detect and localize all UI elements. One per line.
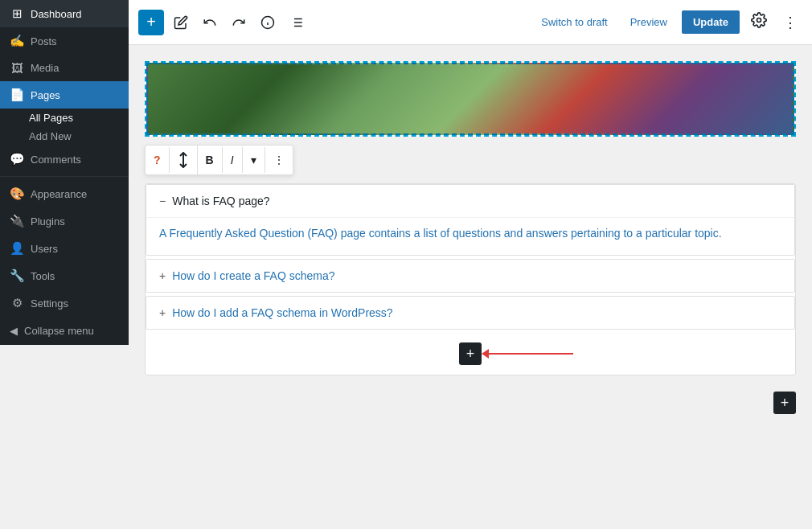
undo-icon <box>203 15 217 30</box>
pages-submenu: All Pages Add New <box>0 109 129 146</box>
pencil-icon <box>174 15 188 30</box>
redo-icon <box>232 15 246 30</box>
block-dropdown-button[interactable]: ▾ <box>243 147 265 173</box>
sidebar-item-users[interactable]: 👤 Users <box>0 235 129 262</box>
svg-point-9 <box>757 18 761 23</box>
faq-toggle-icon-3: + <box>159 306 166 319</box>
sidebar: ⊞ Dashboard ✍ Posts 🖼 Media 📄 Pages All … <box>0 0 129 529</box>
toolbar-right: Switch to draft Preview Update ⋮ <box>533 7 802 37</box>
faq-block: − What is FAQ page? A Frequently Asked Q… <box>145 183 796 375</box>
editor-canvas: ? B I ▾ ⋮ − What is FAQ page? <box>145 61 796 427</box>
undo-button[interactable] <box>198 10 222 35</box>
settings-panel-button[interactable] <box>746 7 772 37</box>
switch-to-draft-button[interactable]: Switch to draft <box>533 11 615 33</box>
sidebar-item-settings[interactable]: ⚙ Settings <box>0 289 129 317</box>
block-italic-button[interactable]: I <box>223 147 243 173</box>
faq-question-text-1: What is FAQ page? <box>172 195 269 207</box>
arrow-indicator <box>482 349 573 359</box>
faq-question-3[interactable]: + How do I add a FAQ schema in WordPress… <box>146 297 794 329</box>
bottom-add-block-button[interactable]: + <box>773 392 796 414</box>
info-button[interactable] <box>256 10 280 35</box>
posts-icon: ✍ <box>10 34 24 48</box>
collapse-icon: ◀ <box>10 325 18 337</box>
media-icon: 🖼 <box>10 61 24 75</box>
sidebar-divider <box>0 176 129 177</box>
bottom-add-area: + <box>145 379 796 427</box>
sidebar-item-posts[interactable]: ✍ Posts <box>0 27 129 55</box>
faq-item-2: + How do I create a FAQ schema? <box>146 259 795 293</box>
pages-icon: 📄 <box>10 88 24 102</box>
list-view-button[interactable] <box>285 10 309 35</box>
sidebar-item-plugins[interactable]: 🔌 Plugins <box>0 207 129 235</box>
sidebar-item-appearance[interactable]: 🎨 Appearance <box>0 180 129 207</box>
block-help-button[interactable]: ? <box>146 147 170 173</box>
faq-item-1: − What is FAQ page? A Frequently Asked Q… <box>146 184 795 256</box>
add-block-button[interactable]: + <box>138 10 164 35</box>
top-toolbar: + <box>129 0 812 45</box>
collapse-menu-button[interactable]: ◀ Collapse menu <box>0 317 129 345</box>
arrow-shaft <box>489 353 573 355</box>
sidebar-item-comments[interactable]: 💬 Comments <box>0 146 129 173</box>
block-toolbar: ? B I ▾ ⋮ <box>145 145 293 175</box>
comments-icon: 💬 <box>10 152 24 166</box>
sidebar-item-dashboard[interactable]: ⊞ Dashboard <box>0 0 129 27</box>
plugins-icon: 🔌 <box>10 214 24 228</box>
faq-question-text-3: How do I add a FAQ schema in WordPress? <box>172 306 392 319</box>
tools-icon: 🔧 <box>10 269 24 283</box>
faq-toggle-icon-2: + <box>159 269 166 282</box>
settings-icon: ⚙ <box>10 296 24 310</box>
faq-question-2[interactable]: + How do I create a FAQ schema? <box>146 260 794 292</box>
arrows-icon <box>178 152 189 168</box>
sidebar-item-tools[interactable]: 🔧 Tools <box>0 262 129 289</box>
block-bold-button[interactable]: B <box>198 147 223 173</box>
appearance-icon: 🎨 <box>10 187 24 201</box>
gear-icon <box>751 12 767 28</box>
image-block[interactable] <box>146 63 794 135</box>
list-icon <box>289 15 304 30</box>
add-block-row: + <box>146 333 795 375</box>
update-button[interactable]: Update <box>682 10 740 34</box>
faq-toggle-icon-1: − <box>159 195 166 207</box>
arrow-head <box>482 349 489 359</box>
add-faq-block-button[interactable]: + <box>459 342 482 365</box>
faq-answer-1: A Frequently Asked Question (FAQ) page c… <box>146 217 794 255</box>
tools-button[interactable] <box>169 10 193 35</box>
more-options-button[interactable]: ⋮ <box>778 9 802 36</box>
redo-button[interactable] <box>227 10 251 35</box>
faq-question-1[interactable]: − What is FAQ page? <box>146 185 794 217</box>
info-icon <box>260 15 275 30</box>
dashboard-icon: ⊞ <box>10 6 24 21</box>
image-block-container <box>145 61 796 137</box>
sidebar-item-media[interactable]: 🖼 Media <box>0 55 129 81</box>
main-area: + <box>129 0 812 529</box>
preview-button[interactable]: Preview <box>622 11 675 33</box>
editor-area[interactable]: ? B I ▾ ⋮ − What is FAQ page? <box>129 45 812 529</box>
block-more-button[interactable]: ⋮ <box>265 147 293 173</box>
add-new-link[interactable]: Add New <box>29 127 129 146</box>
faq-answer-text-1: A Frequently Asked Question (FAQ) page c… <box>159 227 722 240</box>
sidebar-bottom: ◀ Collapse menu <box>0 317 129 345</box>
faq-question-text-2: How do I create a FAQ schema? <box>172 269 334 282</box>
block-move-button[interactable] <box>170 146 198 174</box>
all-pages-link[interactable]: All Pages <box>29 109 129 127</box>
users-icon: 👤 <box>10 241 24 256</box>
sidebar-item-pages[interactable]: 📄 Pages <box>0 81 129 109</box>
faq-item-3: + How do I add a FAQ schema in WordPress… <box>146 296 795 330</box>
